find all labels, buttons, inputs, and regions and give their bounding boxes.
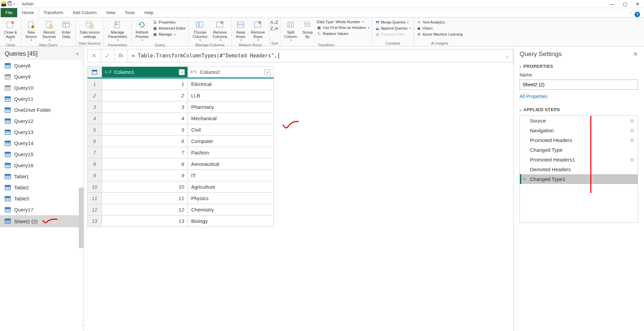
- gear-icon[interactable]: ⚙: [630, 138, 634, 143]
- scroll-up-icon[interactable]: ˆ: [82, 61, 83, 66]
- applied-step[interactable]: Promoted Headers1⚙: [520, 155, 638, 164]
- table-row[interactable]: 77Fashion: [87, 147, 274, 158]
- sort-desc-button[interactable]: Z↓A: [271, 26, 277, 31]
- query-item[interactable]: Query17: [0, 204, 84, 215]
- query-item[interactable]: Query15: [0, 149, 84, 160]
- gear-icon[interactable]: ⚙: [630, 118, 634, 124]
- collapse-ribbon-icon[interactable]: ˆ: [631, 12, 632, 17]
- first-row-headers-button[interactable]: ▦Use First Row as Headers▾: [316, 25, 370, 30]
- table-row[interactable]: 11Electrical: [87, 79, 274, 90]
- cell-column1[interactable]: 5: [102, 124, 188, 136]
- expand-formula-icon[interactable]: ⌄: [506, 53, 509, 59]
- remove-rows-button[interactable]: Remove Rows▾: [249, 19, 267, 42]
- cell-column1[interactable]: 7: [102, 147, 188, 158]
- column-header-2[interactable]: AᴮC Column2 ▾: [188, 66, 274, 78]
- cell-column2[interactable]: Computer: [188, 136, 274, 147]
- query-item[interactable]: Query13: [0, 127, 84, 138]
- formula-input[interactable]: = Table.TransformColumnTypes(#"Demoted H…: [127, 49, 513, 62]
- data-type-button[interactable]: Data Type: Whole Number▾: [316, 19, 370, 24]
- query-item[interactable]: Table2: [0, 182, 84, 193]
- vision-button[interactable]: ◉Vision: [416, 26, 463, 31]
- applied-step[interactable]: Demoted Headers: [520, 164, 638, 174]
- tab-file[interactable]: File: [1, 8, 17, 17]
- query-item[interactable]: Query9: [0, 71, 84, 82]
- combine-files-button[interactable]: ▦Combine Files: [374, 32, 412, 37]
- cancel-formula-button[interactable]: ✕: [87, 49, 101, 62]
- applied-step[interactable]: Source⚙: [520, 116, 638, 126]
- text-analytics-button[interactable]: ≡Text Analytics: [416, 19, 463, 25]
- group-by-button[interactable]: Group By: [301, 19, 315, 39]
- close-apply-button[interactable]: Close & Apply▾: [2, 19, 19, 42]
- cell-column2[interactable]: Biology: [188, 216, 274, 227]
- query-item[interactable]: Table3: [0, 193, 84, 204]
- enter-data-button[interactable]: Enter Data: [59, 19, 73, 39]
- cell-column2[interactable]: Fashion: [188, 147, 274, 158]
- refresh-preview-button[interactable]: Refresh Preview▾: [133, 19, 151, 42]
- table-row[interactable]: 44Mechanical: [87, 113, 274, 124]
- merge-queries-button[interactable]: ⬒Merge Queries▾: [374, 19, 412, 25]
- tab-transform[interactable]: Transform: [39, 8, 68, 17]
- tab-view[interactable]: View: [101, 8, 120, 17]
- cell-column1[interactable]: 9: [102, 170, 188, 181]
- remove-columns-button[interactable]: Remove Columns▾: [211, 19, 229, 42]
- table-row[interactable]: 22LLB: [87, 90, 274, 101]
- cell-column2[interactable]: Mechanical: [188, 113, 274, 124]
- advanced-editor-button[interactable]: ▦Advanced Editor: [152, 26, 186, 31]
- cell-column1[interactable]: 10: [102, 181, 188, 193]
- cell-column1[interactable]: 12: [102, 204, 188, 216]
- cell-column1[interactable]: 1: [102, 79, 188, 90]
- query-item[interactable]: Sheet2 (2): [0, 215, 84, 227]
- all-properties-link[interactable]: All Properties: [520, 94, 638, 99]
- close-icon[interactable]: ✕: [635, 2, 640, 6]
- query-item[interactable]: OneDrive Folder: [0, 104, 84, 115]
- query-item[interactable]: Query10: [0, 82, 84, 93]
- qat-dropdown-icon[interactable]: ▾: [13, 2, 15, 6]
- recent-sources-button[interactable]: Recent Sources▾: [40, 19, 58, 42]
- replace-values-button[interactable]: ↻Replace Values: [316, 31, 370, 36]
- table-row[interactable]: 33Pharmacy: [87, 101, 274, 113]
- cell-column1[interactable]: 11: [102, 193, 188, 204]
- table-row[interactable]: 1313Biology: [87, 216, 274, 227]
- query-list[interactable]: ˆ ˇ Query8Query9Query10Query11OneDrive F…: [0, 60, 84, 331]
- manage-parameters-button[interactable]: Manage Parameters▾: [106, 19, 129, 42]
- table-row[interactable]: 66Computer: [87, 136, 274, 147]
- query-name-input[interactable]: [520, 80, 638, 90]
- column2-filter-icon[interactable]: ▾: [265, 69, 271, 75]
- collapse-sidebar-icon[interactable]: <: [76, 51, 79, 57]
- close-settings-icon[interactable]: ✕: [633, 50, 638, 58]
- cell-column2[interactable]: Chemistry: [188, 204, 274, 216]
- data-source-settings-button[interactable]: Data source settings: [78, 19, 102, 39]
- append-queries-button[interactable]: ⬓Append Queries▾: [374, 26, 412, 31]
- query-item[interactable]: Query14: [0, 138, 84, 149]
- minimize-icon[interactable]: —: [610, 2, 614, 6]
- cell-column1[interactable]: 6: [102, 136, 188, 147]
- table-corner[interactable]: [87, 66, 102, 78]
- query-item[interactable]: Query12: [0, 115, 84, 127]
- table-row[interactable]: 88Aeronautical: [87, 158, 274, 170]
- cell-column2[interactable]: Agriculture: [188, 181, 274, 193]
- table-row[interactable]: 1111Physics: [87, 193, 274, 204]
- gear-icon[interactable]: ⚙: [630, 157, 634, 162]
- cell-column1[interactable]: 4: [102, 113, 188, 124]
- keep-rows-button[interactable]: Keep Rows▾: [234, 19, 248, 42]
- choose-columns-button[interactable]: Choose Columns▾: [191, 19, 209, 42]
- applied-step[interactable]: Navigation⚙: [520, 126, 638, 135]
- tab-home[interactable]: Home: [17, 8, 39, 17]
- cell-column1[interactable]: 3: [102, 101, 188, 113]
- cell-column2[interactable]: Aeronautical: [188, 158, 274, 170]
- query-item[interactable]: Query8: [0, 60, 84, 71]
- applied-step[interactable]: Promoted Headers⚙: [520, 135, 638, 145]
- table-row[interactable]: 99IT: [87, 170, 274, 181]
- new-source-button[interactable]: ★New Source▾: [23, 19, 39, 42]
- split-column-button[interactable]: Split Column▾: [282, 19, 299, 42]
- gear-icon[interactable]: ⚙: [630, 128, 634, 133]
- cell-column2[interactable]: LLB: [188, 90, 274, 101]
- tab-help[interactable]: Help: [140, 8, 158, 17]
- applied-steps-header[interactable]: ▴APPLIED STEPS: [520, 107, 638, 112]
- table-row[interactable]: 1212Chemistry: [87, 204, 274, 216]
- save-icon[interactable]: [7, 1, 12, 7]
- properties-button[interactable]: ☰Properties: [152, 19, 186, 25]
- fx-icon[interactable]: fx: [114, 49, 127, 62]
- applied-step[interactable]: Changed Type: [520, 145, 638, 155]
- tab-add-column[interactable]: Add Column: [68, 8, 101, 17]
